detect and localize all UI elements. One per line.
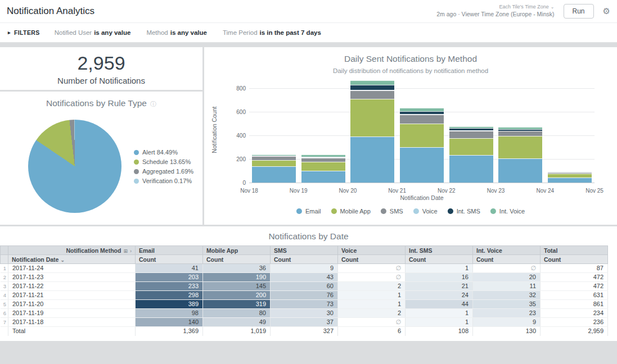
count-cell[interactable]: ∅ <box>338 264 406 273</box>
count-cell[interactable]: ∅ <box>473 264 541 273</box>
measure-header-mobile-app[interactable]: Count <box>203 255 271 264</box>
count-cell[interactable]: 236 <box>541 318 608 327</box>
filter-item-time-period[interactable]: Time Periodis in the past 7 days <box>223 29 321 36</box>
count-cell[interactable]: 32 <box>473 291 541 300</box>
count-cell[interactable]: 234 <box>541 309 608 318</box>
measure-header-sms[interactable]: Count <box>271 255 338 264</box>
count-cell[interactable]: 98 <box>136 309 203 318</box>
count-cell[interactable]: 319 <box>203 300 271 309</box>
legend-item-voice[interactable]: Voice <box>413 208 438 215</box>
count-cell[interactable]: 203 <box>136 273 203 282</box>
gear-icon[interactable]: ⚙ <box>603 6 610 16</box>
bar-segment-email[interactable] <box>449 155 493 183</box>
count-cell[interactable]: 44 <box>406 300 473 309</box>
bar-segment-sms[interactable] <box>252 156 296 161</box>
legend-item-mobile-app[interactable]: Mobile App <box>331 208 370 215</box>
transpose-icon[interactable]: ⊞ <box>123 248 128 254</box>
count-cell[interactable]: 41 <box>136 264 203 273</box>
legend-item-schedule[interactable]: Schedule 13.65% <box>134 158 193 165</box>
method-header-total[interactable]: Total <box>541 246 608 255</box>
method-header-int-voice[interactable]: Int. Voice <box>473 246 541 255</box>
bar-segment-email[interactable] <box>400 147 444 183</box>
bar-segment-email[interactable] <box>350 136 394 183</box>
bar-nov-23[interactable] <box>498 127 542 183</box>
method-header-mobile-app[interactable]: Mobile App <box>203 246 271 255</box>
bar-segment-email[interactable] <box>301 171 345 183</box>
count-cell[interactable]: 1 <box>406 264 473 273</box>
bar-segment-mobile-app[interactable] <box>301 162 345 171</box>
measure-header-int-sms[interactable]: Count <box>406 255 473 264</box>
bar-nov-18[interactable] <box>252 154 296 183</box>
filters-toggle[interactable]: ▸ FILTERS <box>8 29 40 36</box>
measure-header-total[interactable]: Count <box>541 255 608 264</box>
bar-nov-21[interactable] <box>400 108 444 183</box>
legend-item-sms[interactable]: SMS <box>381 208 403 215</box>
count-cell[interactable]: 631 <box>541 291 608 300</box>
bar-nov-24[interactable] <box>548 172 592 183</box>
count-cell[interactable]: 80 <box>203 309 271 318</box>
count-cell[interactable]: 21 <box>406 282 473 291</box>
date-cell[interactable]: 2017-11-21 <box>8 291 136 300</box>
legend-item-alert[interactable]: Alert 84.49% <box>134 149 193 156</box>
bar-segment-email[interactable] <box>498 158 542 183</box>
count-cell[interactable]: 16 <box>406 273 473 282</box>
count-cell[interactable]: 861 <box>541 300 608 309</box>
count-cell[interactable]: 73 <box>271 300 338 309</box>
legend-item-aggregated[interactable]: Aggregated 1.69% <box>134 168 193 175</box>
bar-segment-mobile-app[interactable] <box>350 99 394 136</box>
count-cell[interactable]: 24 <box>406 291 473 300</box>
viewer-timezone[interactable]: Viewer Time Zone (Europe - Minsk) <box>462 11 555 17</box>
date-cell[interactable]: 2017-11-18 <box>8 318 136 327</box>
count-cell[interactable]: 2 <box>338 309 406 318</box>
count-cell[interactable]: 1 <box>338 291 406 300</box>
count-cell[interactable]: 49 <box>203 318 271 327</box>
count-cell[interactable]: 9 <box>473 318 541 327</box>
count-cell[interactable]: 145 <box>203 282 271 291</box>
count-cell[interactable]: 20 <box>473 273 541 282</box>
bar-segment-sms[interactable] <box>498 131 542 136</box>
count-cell[interactable]: 9 <box>271 264 338 273</box>
count-cell[interactable]: 1 <box>406 309 473 318</box>
count-cell[interactable]: ∅ <box>338 318 406 327</box>
method-header-email[interactable]: Email <box>136 246 203 255</box>
pivot-header-cell[interactable]: Notification Method⊞› <box>8 246 136 255</box>
bar-segment-sms[interactable] <box>449 131 493 138</box>
count-cell[interactable]: 2 <box>338 282 406 291</box>
count-cell[interactable]: 23 <box>473 309 541 318</box>
measure-header-email[interactable]: Count <box>136 255 203 264</box>
count-cell[interactable]: 76 <box>271 291 338 300</box>
measure-header-int-voice[interactable]: Count <box>473 255 541 264</box>
bar-segment-int-voice[interactable] <box>400 108 444 112</box>
count-cell[interactable]: 472 <box>541 282 608 291</box>
count-cell[interactable]: 35 <box>473 300 541 309</box>
method-header-int-sms[interactable]: Int. SMS <box>406 246 473 255</box>
date-cell[interactable]: 2017-11-20 <box>8 300 136 309</box>
bar-segment-email[interactable] <box>252 166 296 183</box>
chevron-right-icon[interactable]: › <box>130 248 132 254</box>
info-icon[interactable]: ⓘ <box>150 101 156 107</box>
tile-timezone-label[interactable]: Each Tile's Time Zone <box>499 4 549 10</box>
bar-segment-int-sms[interactable] <box>350 85 394 90</box>
bar-segment-sms[interactable] <box>350 90 394 99</box>
filter-item-method[interactable]: Methodis any value <box>146 29 207 36</box>
method-header-voice[interactable]: Voice <box>338 246 406 255</box>
measure-header-voice[interactable]: Count <box>338 255 406 264</box>
count-cell[interactable]: 30 <box>271 309 338 318</box>
count-cell[interactable]: 190 <box>203 273 271 282</box>
legend-item-int-voice[interactable]: Int. Voice <box>490 208 525 215</box>
count-cell[interactable]: 200 <box>203 291 271 300</box>
count-cell[interactable]: 389 <box>136 300 203 309</box>
count-cell[interactable]: 298 <box>136 291 203 300</box>
count-cell[interactable]: 140 <box>136 318 203 327</box>
filter-item-notified-user[interactable]: Notified Useris any value <box>55 29 131 36</box>
count-cell[interactable]: 60 <box>271 282 338 291</box>
count-cell[interactable]: 233 <box>136 282 203 291</box>
legend-item-email[interactable]: Email <box>296 208 321 215</box>
date-cell[interactable]: 2017-11-24 <box>8 264 136 273</box>
bar-segment-int-voice[interactable] <box>350 80 394 84</box>
count-cell[interactable]: 43 <box>271 273 338 282</box>
bar-segment-mobile-app[interactable] <box>252 160 296 166</box>
bar-segment-sms[interactable] <box>400 115 444 124</box>
run-button[interactable]: Run <box>564 4 594 19</box>
legend-item-verification[interactable]: Verification 0.17% <box>134 178 193 184</box>
